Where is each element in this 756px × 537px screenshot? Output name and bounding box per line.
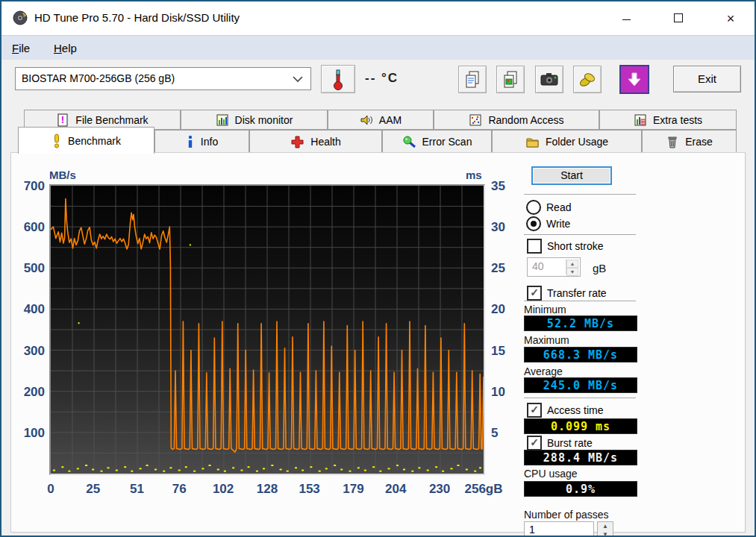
thermometer-icon <box>331 68 345 90</box>
menu-help[interactable]: Help <box>49 40 81 56</box>
hands-icon <box>578 70 597 90</box>
maximize-button[interactable] <box>667 9 690 28</box>
tick-label: 10 <box>491 385 521 400</box>
short-stroke-label: Short stroke <box>547 240 603 252</box>
tick-label: 0 <box>28 482 73 497</box>
minimum-value: 52.2 MB/s <box>524 315 637 331</box>
minimum-label: Minimum <box>524 304 566 315</box>
divider <box>524 194 636 195</box>
download-arrow-icon <box>626 71 643 89</box>
svg-text:!: ! <box>61 114 64 125</box>
transfer-rate-checkbox[interactable]: ✓ Transfer rate <box>527 286 607 301</box>
passes-spinner-arrows[interactable]: ▲▼ <box>597 521 613 537</box>
short-stroke-size-spinner[interactable]: 40 ▲▼ <box>527 257 581 277</box>
tab-aam[interactable]: AAM <box>328 110 434 130</box>
spinner-arrows[interactable]: ▲▼ <box>566 260 578 274</box>
tick-label: 200 <box>15 385 45 400</box>
save-results-button[interactable] <box>619 65 649 94</box>
chart-canvas <box>51 186 484 474</box>
tick-label: 500 <box>15 261 45 276</box>
screenshot-button[interactable] <box>535 66 563 93</box>
extra-tests-icon <box>634 113 647 127</box>
write-radio-label: Write <box>546 218 570 230</box>
tick-label: 5 <box>491 426 521 441</box>
divider <box>524 234 636 235</box>
burst-rate-value: 288.4 MB/s <box>524 450 637 465</box>
write-radio[interactable]: Write <box>526 216 570 231</box>
tab-label: File Benchmark <box>75 114 148 126</box>
maximum-label: Maximum <box>524 334 569 346</box>
tab-error-scan[interactable]: Error Scan <box>382 130 492 153</box>
tick-label: 15 <box>491 344 521 359</box>
tab-label: Folder Usage <box>546 136 608 148</box>
app-icon <box>12 9 28 30</box>
drive-select[interactable]: BIOSTAR M700-256GB (256 gB) <box>15 67 311 90</box>
divider <box>524 301 636 301</box>
tick-label: 30 <box>491 220 521 235</box>
speaker-icon <box>360 113 373 127</box>
hands-button[interactable] <box>573 66 602 93</box>
burst-rate-checkbox[interactable]: ✓ Burst rate <box>527 436 593 450</box>
spinner-up-icon[interactable]: ▲ <box>566 260 578 268</box>
minimize-button[interactable] <box>615 9 637 28</box>
tick-label: 400 <box>15 302 45 317</box>
tick-label: 204 <box>373 482 418 497</box>
disk-monitor-icon <box>216 113 229 127</box>
magnifier-icon <box>402 135 416 149</box>
access-time-checkbox[interactable]: ✓ Access time <box>527 403 603 418</box>
passes-value: 1 <box>525 522 593 536</box>
benchmark-chart <box>49 184 485 475</box>
tab-label: AAM <box>379 114 402 126</box>
read-radio-label: Read <box>546 201 571 213</box>
checkbox-icon <box>527 239 542 254</box>
tick-label: 256gB <box>461 482 506 497</box>
cpu-usage-label: CPU usage <box>524 468 578 480</box>
spinner-down-icon[interactable]: ▼ <box>566 268 578 276</box>
transfer-rate-label: Transfer rate <box>547 287 607 299</box>
tick-label: 51 <box>115 482 160 497</box>
checkbox-icon: ✓ <box>527 436 542 450</box>
copy-text-icon <box>463 70 481 90</box>
temperature-readout: -- °C <box>365 71 399 86</box>
tab-folder-usage[interactable]: Folder Usage <box>492 130 642 153</box>
tick-label: 76 <box>157 482 202 497</box>
tab-health[interactable]: Health <box>249 130 382 153</box>
tab-info[interactable]: Info <box>154 130 249 153</box>
cpu-usage-value: 0.9% <box>524 481 637 497</box>
close-button[interactable]: × <box>719 9 742 28</box>
tab-disk-monitor[interactable]: Disk monitor <box>181 110 328 130</box>
tick-label: 230 <box>417 482 462 497</box>
tick-label: 153 <box>287 482 332 497</box>
tab-random-access[interactable]: Random Access <box>434 110 599 130</box>
checkbox-icon: ✓ <box>527 403 542 418</box>
divider <box>524 398 636 398</box>
temperature-button[interactable] <box>321 65 355 93</box>
tick-label: 20 <box>491 302 521 317</box>
tab-erase[interactable]: Erase <box>642 130 737 153</box>
short-stroke-checkbox[interactable]: Short stroke <box>527 239 603 254</box>
access-time-value: 0.099 ms <box>524 418 637 434</box>
trash-icon <box>666 135 679 149</box>
copy-image-button[interactable] <box>496 66 525 93</box>
menu-file[interactable]: File <box>7 40 34 56</box>
copy-image-icon <box>502 70 519 90</box>
start-button[interactable]: Start <box>531 166 612 185</box>
read-radio[interactable]: Read <box>526 200 571 215</box>
passes-spinner[interactable]: 1 <box>524 521 594 537</box>
maximum-value: 668.3 MB/s <box>524 347 637 362</box>
tab-benchmark[interactable]: Benchmark <box>18 127 154 154</box>
drive-select-value: BIOSTAR M700-256GB (256 gB) <box>22 72 175 84</box>
exit-button[interactable]: Exit <box>673 66 741 92</box>
tab-label: Health <box>310 136 340 148</box>
average-value: 245.0 MB/s <box>524 377 637 393</box>
average-label: Average <box>524 365 563 377</box>
tick-label: 128 <box>245 482 290 497</box>
tick-label: 35 <box>491 179 521 194</box>
tab-extra-tests[interactable]: Extra tests <box>599 110 737 130</box>
title-bar: HD Tune Pro 5.70 - Hard Disk/SSD Utility… <box>1 1 755 35</box>
passes-label: Number of passes <box>524 509 609 521</box>
hdtune-window: HD Tune Pro 5.70 - Hard Disk/SSD Utility… <box>0 0 756 537</box>
health-cross-icon <box>290 135 304 149</box>
copy-text-button[interactable] <box>458 66 487 93</box>
left-axis-unit: MB/s <box>49 169 76 181</box>
